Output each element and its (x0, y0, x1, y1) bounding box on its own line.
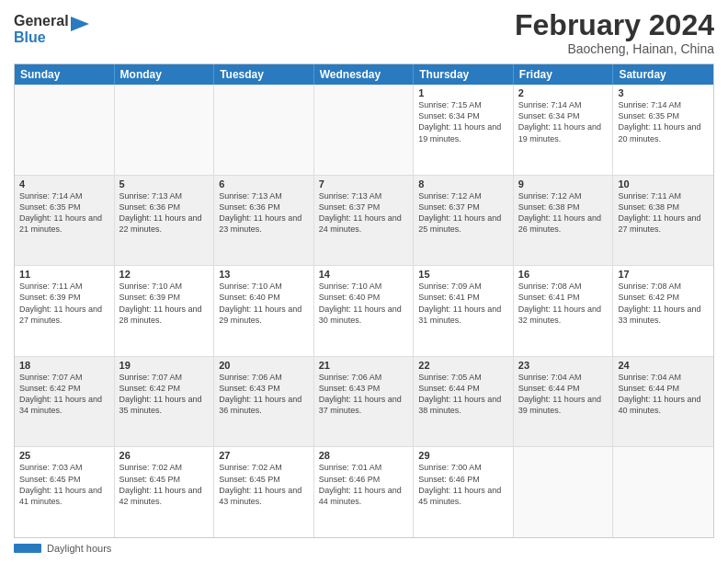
day-number: 13 (219, 269, 309, 280)
day-number: 14 (319, 269, 409, 280)
day-info: Sunrise: 7:07 AM Sunset: 6:42 PM Dayligh… (19, 372, 109, 417)
day-number: 29 (418, 450, 508, 461)
main-title: February 2024 (515, 9, 714, 41)
footer-bar-icon (14, 544, 41, 553)
day-number: 9 (518, 178, 609, 190)
day-info: Sunrise: 7:04 AM Sunset: 6:44 PM Dayligh… (518, 372, 609, 417)
day-number: 24 (618, 360, 709, 371)
calendar-cell: 18Sunrise: 7:07 AM Sunset: 6:42 PM Dayli… (15, 357, 115, 447)
day-number: 3 (618, 87, 709, 98)
calendar-cell (115, 85, 215, 175)
calendar-day-header: Monday (115, 64, 215, 85)
day-number: 20 (219, 360, 309, 371)
day-info: Sunrise: 7:10 AM Sunset: 6:40 PM Dayligh… (319, 281, 409, 326)
calendar-day-header: Tuesday (214, 64, 314, 85)
calendar: SundayMondayTuesdayWednesdayThursdayFrid… (14, 63, 714, 538)
calendar-cell: 7Sunrise: 7:13 AM Sunset: 6:37 PM Daylig… (314, 176, 415, 266)
calendar-week-row: 25Sunrise: 7:03 AM Sunset: 6:45 PM Dayli… (15, 447, 713, 537)
calendar-cell: 15Sunrise: 7:09 AM Sunset: 6:41 PM Dayli… (414, 266, 514, 356)
day-number: 26 (119, 450, 210, 461)
day-number: 4 (19, 178, 109, 190)
day-number: 25 (19, 450, 109, 461)
calendar-cell: 4Sunrise: 7:14 AM Sunset: 6:35 PM Daylig… (15, 176, 115, 266)
calendar-day-header: Wednesday (314, 64, 415, 85)
subtitle: Baocheng, Hainan, China (515, 41, 714, 56)
day-number: 22 (418, 360, 508, 371)
day-info: Sunrise: 7:02 AM Sunset: 6:45 PM Dayligh… (119, 462, 210, 507)
header: General Blue February 2024 Baocheng, Hai… (14, 9, 714, 56)
calendar-cell: 26Sunrise: 7:02 AM Sunset: 6:45 PM Dayli… (115, 447, 215, 537)
day-info: Sunrise: 7:11 AM Sunset: 6:39 PM Dayligh… (19, 281, 109, 326)
day-number: 16 (518, 269, 609, 280)
calendar-cell: 9Sunrise: 7:12 AM Sunset: 6:38 PM Daylig… (514, 176, 614, 266)
day-info: Sunrise: 7:12 AM Sunset: 6:38 PM Dayligh… (518, 190, 609, 236)
calendar-cell (314, 85, 415, 175)
day-number: 7 (319, 178, 409, 190)
day-number: 19 (119, 360, 210, 371)
logo-general: General (14, 13, 69, 29)
day-info: Sunrise: 7:01 AM Sunset: 6:46 PM Dayligh… (319, 462, 409, 507)
day-info: Sunrise: 7:00 AM Sunset: 6:46 PM Dayligh… (418, 462, 508, 507)
day-number: 28 (319, 450, 409, 461)
day-number: 6 (219, 178, 309, 190)
day-info: Sunrise: 7:02 AM Sunset: 6:45 PM Dayligh… (219, 462, 309, 507)
logo-blue: Blue (14, 29, 69, 46)
calendar-day-header: Thursday (414, 64, 514, 85)
day-number: 17 (618, 269, 709, 280)
calendar-cell: 22Sunrise: 7:05 AM Sunset: 6:44 PM Dayli… (414, 357, 514, 447)
day-info: Sunrise: 7:04 AM Sunset: 6:44 PM Dayligh… (618, 372, 709, 417)
day-info: Sunrise: 7:03 AM Sunset: 6:45 PM Dayligh… (19, 462, 109, 507)
day-info: Sunrise: 7:06 AM Sunset: 6:43 PM Dayligh… (219, 372, 309, 417)
footer-note: Daylight hours (14, 543, 714, 554)
day-info: Sunrise: 7:14 AM Sunset: 6:34 PM Dayligh… (518, 99, 609, 144)
calendar-cell: 25Sunrise: 7:03 AM Sunset: 6:45 PM Dayli… (15, 447, 115, 537)
calendar-cell: 12Sunrise: 7:10 AM Sunset: 6:39 PM Dayli… (115, 266, 215, 356)
day-info: Sunrise: 7:09 AM Sunset: 6:41 PM Dayligh… (418, 281, 508, 326)
calendar-cell: 21Sunrise: 7:06 AM Sunset: 6:43 PM Dayli… (314, 357, 415, 447)
day-info: Sunrise: 7:07 AM Sunset: 6:42 PM Dayligh… (119, 372, 210, 417)
calendar-cell: 27Sunrise: 7:02 AM Sunset: 6:45 PM Dayli… (214, 447, 314, 537)
day-info: Sunrise: 7:14 AM Sunset: 6:35 PM Dayligh… (19, 190, 109, 236)
calendar-cell: 19Sunrise: 7:07 AM Sunset: 6:42 PM Dayli… (115, 357, 215, 447)
calendar-cell: 24Sunrise: 7:04 AM Sunset: 6:44 PM Dayli… (613, 357, 713, 447)
day-number: 18 (19, 360, 109, 371)
day-number: 2 (518, 87, 609, 98)
calendar-header: SundayMondayTuesdayWednesdayThursdayFrid… (15, 64, 713, 85)
footer-label: Daylight hours (47, 543, 111, 554)
day-info: Sunrise: 7:13 AM Sunset: 6:37 PM Dayligh… (319, 190, 409, 236)
calendar-cell: 13Sunrise: 7:10 AM Sunset: 6:40 PM Dayli… (214, 266, 314, 356)
day-info: Sunrise: 7:13 AM Sunset: 6:36 PM Dayligh… (119, 190, 210, 236)
day-number: 27 (219, 450, 309, 461)
calendar-cell: 20Sunrise: 7:06 AM Sunset: 6:43 PM Dayli… (214, 357, 314, 447)
title-section: February 2024 Baocheng, Hainan, China (515, 9, 714, 56)
day-info: Sunrise: 7:14 AM Sunset: 6:35 PM Dayligh… (618, 99, 709, 144)
calendar-cell: 16Sunrise: 7:08 AM Sunset: 6:41 PM Dayli… (514, 266, 614, 356)
day-info: Sunrise: 7:13 AM Sunset: 6:36 PM Dayligh… (219, 190, 309, 236)
day-info: Sunrise: 7:10 AM Sunset: 6:39 PM Dayligh… (119, 281, 210, 326)
day-info: Sunrise: 7:10 AM Sunset: 6:40 PM Dayligh… (219, 281, 309, 326)
day-number: 1 (418, 87, 508, 98)
day-info: Sunrise: 7:08 AM Sunset: 6:41 PM Dayligh… (518, 281, 609, 326)
calendar-cell: 10Sunrise: 7:11 AM Sunset: 6:38 PM Dayli… (613, 176, 713, 266)
day-info: Sunrise: 7:05 AM Sunset: 6:44 PM Dayligh… (418, 372, 508, 417)
calendar-cell: 23Sunrise: 7:04 AM Sunset: 6:44 PM Dayli… (514, 357, 614, 447)
calendar-cell: 17Sunrise: 7:08 AM Sunset: 6:42 PM Dayli… (613, 266, 713, 356)
calendar-cell: 11Sunrise: 7:11 AM Sunset: 6:39 PM Dayli… (15, 266, 115, 356)
calendar-cell (214, 85, 314, 175)
calendar-cell: 2Sunrise: 7:14 AM Sunset: 6:34 PM Daylig… (514, 85, 614, 175)
day-number: 12 (119, 269, 210, 280)
day-number: 15 (418, 269, 508, 280)
day-info: Sunrise: 7:06 AM Sunset: 6:43 PM Dayligh… (319, 372, 409, 417)
calendar-cell (15, 85, 115, 175)
day-info: Sunrise: 7:08 AM Sunset: 6:42 PM Dayligh… (618, 281, 709, 326)
calendar-body: 1Sunrise: 7:15 AM Sunset: 6:34 PM Daylig… (15, 85, 713, 537)
calendar-day-header: Sunday (15, 64, 115, 85)
calendar-cell (613, 447, 713, 537)
day-number: 21 (319, 360, 409, 371)
page: General Blue February 2024 Baocheng, Hai… (0, 0, 728, 563)
day-number: 10 (618, 178, 709, 190)
svg-marker-0 (71, 17, 89, 31)
calendar-day-header: Friday (514, 64, 614, 85)
logo-text: General Blue (14, 13, 69, 45)
day-number: 11 (19, 269, 109, 280)
